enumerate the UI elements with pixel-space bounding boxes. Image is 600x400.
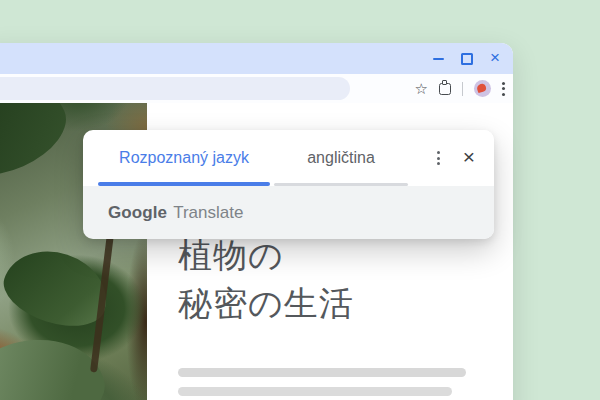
popup-close-icon[interactable]: × xyxy=(463,146,475,167)
text-placeholder-bar xyxy=(178,387,452,396)
translate-popup-tabs: Rozpoznaný jazyk angličtina × xyxy=(83,130,494,186)
popup-brand: Google Translate xyxy=(83,186,494,239)
address-bar[interactable] xyxy=(0,77,350,100)
minimize-icon[interactable] xyxy=(433,58,444,60)
tab-english[interactable]: angličtina xyxy=(272,130,410,186)
page-title-line1: 植物の xyxy=(178,236,284,274)
browser-menu-icon[interactable] xyxy=(502,82,505,96)
toolbar-icons: ☆ xyxy=(415,74,505,103)
translate-popup: Rozpoznaný jazyk angličtina × Google Tra… xyxy=(83,130,494,239)
browser-titlebar: × xyxy=(0,43,513,74)
tab-detected-language-label: Rozpoznaný jazyk xyxy=(119,149,249,167)
window-controls: × xyxy=(433,51,513,66)
translate-product-text: Translate xyxy=(173,203,243,223)
page-title-line2: 秘密の生活 xyxy=(178,284,354,322)
google-logo-text: Google xyxy=(108,203,167,223)
toolbar-divider xyxy=(462,82,463,96)
tab-detected-language[interactable]: Rozpoznaný jazyk xyxy=(96,130,272,186)
popup-actions: × xyxy=(437,130,494,186)
window-close-icon[interactable]: × xyxy=(490,49,500,66)
page-background: × ☆ 植物の秘密の生活 xyxy=(0,0,600,400)
page-title: 植物の秘密の生活 xyxy=(178,231,354,327)
maximize-icon[interactable] xyxy=(461,53,473,65)
profile-avatar[interactable] xyxy=(474,80,491,97)
extensions-icon[interactable] xyxy=(439,83,451,95)
tab-english-label: angličtina xyxy=(307,149,375,167)
browser-toolbar: ☆ xyxy=(0,74,513,103)
text-placeholder-bar xyxy=(178,368,466,377)
popup-menu-icon[interactable] xyxy=(437,151,440,165)
bookmark-star-icon[interactable]: ☆ xyxy=(415,81,428,96)
